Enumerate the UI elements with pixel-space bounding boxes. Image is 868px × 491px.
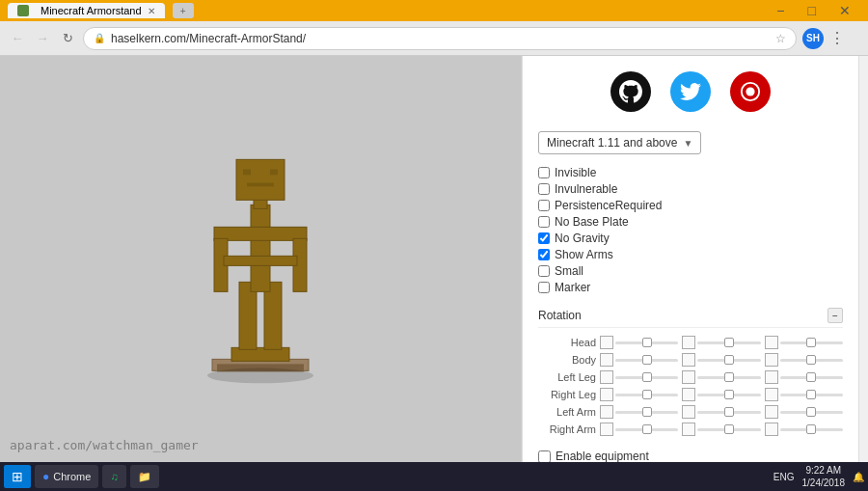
checkbox-no-gravity[interactable]: No Gravity (538, 232, 843, 245)
right-arm-y-input[interactable] (682, 423, 695, 436)
right-leg-z-slider[interactable] (780, 394, 843, 396)
checkbox-invulnerable[interactable]: Invulnerable (538, 182, 843, 196)
svg-rect-11 (243, 169, 251, 175)
rotation-row-left-leg: Left Leg (538, 370, 843, 384)
browser-menu-button[interactable]: ⋮ (829, 29, 845, 47)
right-arm-x-input[interactable] (600, 423, 613, 436)
minimize-button[interactable]: − (767, 3, 794, 18)
head-z-input[interactable] (765, 336, 778, 349)
right-leg-x-input[interactable] (600, 388, 613, 401)
lock-icon: 🔒 (94, 33, 105, 43)
right-arm-x-slider[interactable] (615, 428, 678, 431)
left-arm-x-input[interactable] (600, 405, 613, 419)
left-leg-y-slider[interactable] (697, 376, 760, 379)
url-text: haselkern.com/Minecraft-ArmorStand/ (111, 32, 770, 45)
checkbox-small[interactable]: Small (538, 264, 843, 278)
left-arm-z-slider[interactable] (780, 411, 843, 414)
back-button[interactable]: ← (8, 29, 27, 48)
left-arm-y-slider[interactable] (697, 411, 760, 414)
browser-tab[interactable]: Minecraft Armorstand ✕ (8, 3, 165, 18)
left-arm-x-slider[interactable] (615, 411, 678, 414)
right-leg-y-group (682, 388, 760, 401)
small-checkbox[interactable] (538, 265, 550, 277)
rotation-row-left-arm: Left Arm (538, 405, 843, 419)
persistence-checkbox[interactable] (538, 200, 550, 211)
body-x-slider[interactable] (615, 359, 678, 362)
right-leg-x-slider[interactable] (615, 394, 678, 396)
right-arm-z-input[interactable] (765, 423, 778, 436)
reload-button[interactable]: ↻ (58, 29, 77, 48)
checkbox-persistence[interactable]: PersistenceRequired (538, 199, 843, 212)
taskbar-chrome[interactable]: ● Chrome (35, 465, 98, 488)
version-dropdown[interactable]: Minecraft 1.11 and above ▼ (538, 131, 701, 154)
checkbox-invisible[interactable]: Invisible (538, 166, 843, 179)
head-z-slider[interactable] (780, 341, 843, 344)
left-leg-y-input[interactable] (682, 370, 695, 384)
right-arm-z-slider[interactable] (780, 428, 843, 431)
marker-checkbox[interactable] (538, 282, 550, 293)
left-leg-x-input[interactable] (600, 370, 613, 384)
invisible-checkbox[interactable] (538, 167, 550, 178)
show-arms-checkbox[interactable] (538, 249, 550, 260)
left-leg-x-slider[interactable] (615, 376, 678, 379)
start-button[interactable]: ⊞ (4, 465, 31, 488)
address-bar[interactable]: 🔒 haselkern.com/Minecraft-ArmorStand/ ☆ (83, 27, 797, 50)
taskbar-spotify[interactable]: ♫ (102, 465, 125, 488)
body-y-slider[interactable] (697, 359, 760, 362)
invulnerable-checkbox[interactable] (538, 183, 550, 195)
body-y-input[interactable] (682, 353, 695, 367)
left-arm-z-input[interactable] (765, 405, 778, 419)
no-gravity-checkbox[interactable] (538, 232, 550, 244)
body-z-slider[interactable] (780, 359, 843, 362)
version-select-row: Minecraft 1.11 and above ▼ (538, 131, 843, 154)
circle-icon[interactable] (730, 71, 771, 112)
enable-equipment-checkbox[interactable]: Enable equipment (538, 450, 843, 463)
right-leg-y-input[interactable] (682, 388, 695, 401)
left-leg-z-input[interactable] (765, 370, 778, 384)
head-sliders (600, 336, 843, 349)
show-arms-label: Show Arms (555, 248, 613, 261)
body-z-input[interactable] (765, 353, 778, 367)
bookmark-icon[interactable]: ☆ (775, 32, 786, 45)
svg-rect-5 (251, 205, 270, 291)
options-checkboxes: Invisible Invulnerable PersistenceRequir… (538, 166, 843, 294)
watermark: aparat.com/watchman_gamer (10, 438, 199, 452)
no-gravity-label: No Gravity (555, 232, 610, 245)
profile-badge[interactable]: SH (802, 28, 824, 49)
left-leg-sliders (600, 370, 843, 384)
twitter-icon[interactable] (670, 71, 711, 112)
right-scrollbar[interactable] (858, 56, 868, 491)
head-y-input[interactable] (682, 336, 695, 349)
left-leg-x-group (600, 370, 678, 384)
forward-button[interactable]: → (33, 29, 52, 48)
equipment-checkbox-input[interactable] (538, 450, 551, 463)
head-x-input[interactable] (600, 336, 613, 349)
invisible-label: Invisible (555, 166, 596, 179)
no-base-plate-checkbox[interactable] (538, 216, 550, 228)
tab-close-button[interactable]: ✕ (148, 6, 155, 16)
chrome-icon: ● (42, 470, 49, 483)
left-arm-z-group (765, 405, 843, 419)
right-leg-y-slider[interactable] (697, 394, 760, 396)
checkbox-no-base-plate[interactable]: No Base Plate (538, 215, 843, 229)
github-icon[interactable] (610, 71, 651, 112)
new-tab-button[interactable]: + (173, 3, 194, 18)
notification-icon[interactable]: 🔔 (853, 472, 864, 482)
maximize-button[interactable]: □ (799, 3, 826, 18)
left-leg-z-slider[interactable] (780, 376, 843, 379)
taskbar-file-explorer[interactable]: 📁 (130, 465, 159, 488)
body-x-input[interactable] (600, 353, 613, 367)
right-arm-sliders (600, 423, 843, 436)
right-arm-y-group (682, 423, 760, 436)
right-arm-z-group (765, 423, 843, 436)
close-button[interactable]: ✕ (829, 3, 860, 18)
head-x-slider[interactable] (615, 341, 678, 344)
head-y-slider[interactable] (697, 341, 760, 344)
rotation-expand-button[interactable]: − (827, 308, 843, 323)
checkbox-show-arms[interactable]: Show Arms (538, 248, 843, 261)
left-arm-y-input[interactable] (682, 405, 695, 419)
taskbar: ⊞ ● Chrome ♫ 📁 ENG 9:22 AM 1/24/2018 🔔 (0, 462, 868, 491)
checkbox-marker[interactable]: Marker (538, 281, 843, 294)
right-arm-y-slider[interactable] (697, 428, 760, 431)
right-leg-z-input[interactable] (765, 388, 778, 401)
